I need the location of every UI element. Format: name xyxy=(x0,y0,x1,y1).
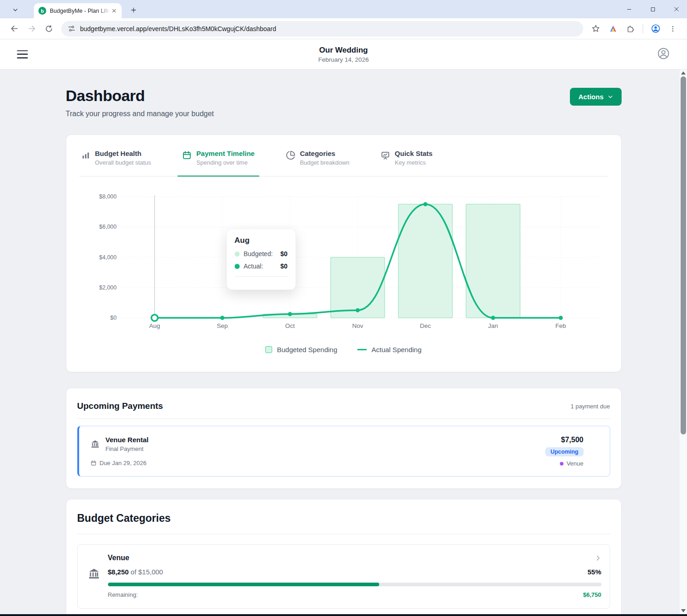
bar-chart-icon xyxy=(81,150,91,160)
actual-point-sep[interactable] xyxy=(220,316,224,320)
browser-toolbar: budgetbyme.vercel.app/events/DHLsKo3fh5M… xyxy=(0,18,687,39)
site-settings-icon[interactable] xyxy=(68,25,75,32)
app-header: Our Wedding February 14, 2026 xyxy=(0,39,687,70)
actual-point-jan[interactable] xyxy=(491,316,495,320)
tab-close-icon[interactable] xyxy=(110,7,118,15)
payments-due-count: 1 payment due xyxy=(570,403,610,410)
chevron-down-icon xyxy=(607,94,613,100)
user-avatar-icon[interactable] xyxy=(657,47,670,61)
category-progress-bar xyxy=(108,583,601,586)
category-name: Venue xyxy=(108,554,129,562)
tab-label: Payment Timeline xyxy=(196,150,254,157)
close-button[interactable] xyxy=(671,4,682,15)
chevron-down-icon xyxy=(12,7,18,13)
category-progress-fill xyxy=(108,583,379,586)
tab-sublabel: Key metrics xyxy=(395,159,433,166)
tab-search-button[interactable] xyxy=(8,4,22,16)
category-total: of $15,000 xyxy=(131,568,163,576)
page-title: Dashboard xyxy=(66,87,214,105)
budgeted-legend-label: Budgeted Spending xyxy=(277,346,337,354)
event-date: February 14, 2026 xyxy=(318,56,369,63)
actual-point-dec[interactable] xyxy=(423,202,427,206)
calendar-icon xyxy=(91,460,97,466)
scrollbar-up-arrow[interactable] xyxy=(681,71,686,75)
url-bar[interactable]: budgetbyme.vercel.app/events/DHLsKo3fh5M… xyxy=(61,21,583,37)
actual-point-feb[interactable] xyxy=(558,316,563,320)
chart-canvas: $8,000$6,000$4,000$2,000$0AugSepOctNovDe… xyxy=(79,189,609,332)
tab-sublabel: Overall budget status xyxy=(95,159,151,166)
forward-button[interactable] xyxy=(24,21,39,36)
tab-label: Quick Stats xyxy=(395,150,433,157)
tab-budget-health[interactable]: Budget HealthOverall budget status xyxy=(79,149,153,176)
chart-legend: Budgeted Spending Actual Spending xyxy=(79,346,608,354)
x-axis-label: Nov xyxy=(352,322,363,329)
tab-quick-stats[interactable]: Quick StatsKey metrics xyxy=(379,149,435,176)
spending-chart: $8,000$6,000$4,000$2,000$0AugSepOctNovDe… xyxy=(79,189,608,334)
tab-categories[interactable]: CategoriesBudget breakdown xyxy=(284,149,351,176)
bank-icon xyxy=(91,439,100,449)
window-controls xyxy=(623,4,682,15)
toolbar-divider xyxy=(643,24,643,33)
tooltip-actual-value: $0 xyxy=(280,262,288,270)
x-axis-label: Jan xyxy=(488,322,498,329)
new-tab-button[interactable] xyxy=(127,4,140,16)
tooltip-month: Aug xyxy=(235,236,288,245)
actual-legend-dash xyxy=(357,349,367,351)
scrollbar-thumb[interactable] xyxy=(681,76,686,434)
payment-status-badge: Upcoming xyxy=(545,447,583,456)
tooltip-budgeted-value: $0 xyxy=(280,250,288,257)
actual-point-oct[interactable] xyxy=(288,312,292,316)
tab-label: Budget Health xyxy=(95,150,151,157)
budget-categories-title: Budget Categories xyxy=(77,512,610,534)
browser-tab[interactable]: b BudgetByMe - Plan Life's Specia xyxy=(34,3,122,18)
x-axis-label: Dec xyxy=(419,322,430,329)
window-bottom-edge xyxy=(0,614,687,616)
scrollbar-down-arrow[interactable] xyxy=(681,609,686,612)
maximize-button[interactable] xyxy=(647,4,659,15)
payment-due-date: Due Jan 29, 2026 xyxy=(100,460,147,466)
y-axis-label: $4,000 xyxy=(99,254,116,261)
back-button[interactable] xyxy=(7,21,21,36)
payment-timeline-card: Budget HealthOverall budget status Payme… xyxy=(66,134,622,372)
profile-avatar-icon[interactable] xyxy=(648,21,663,36)
page-scrollbar[interactable] xyxy=(680,70,687,614)
actual-point-nov[interactable] xyxy=(355,308,360,312)
payment-item-venue-rental[interactable]: Venue Rental Final Payment Due Jan 29, 2… xyxy=(77,426,610,477)
url-text[interactable]: budgetbyme.vercel.app/events/DHLsKo3fh5M… xyxy=(80,25,276,32)
x-axis-label: Feb xyxy=(555,322,566,329)
x-axis-label: Sep xyxy=(216,322,227,329)
tab-sublabel: Budget breakdown xyxy=(300,159,349,166)
payment-category: Venue xyxy=(567,460,584,467)
y-axis-label: $0 xyxy=(110,315,117,321)
extensions-puzzle-icon[interactable] xyxy=(623,21,638,36)
minimize-button[interactable] xyxy=(623,4,635,15)
tooltip-budgeted-label: Budgeted: xyxy=(244,250,273,257)
menu-hamburger-icon[interactable] xyxy=(17,50,28,59)
x-axis-label: Aug xyxy=(149,322,160,329)
divider xyxy=(77,418,610,419)
chevron-right-icon[interactable] xyxy=(595,555,601,562)
bank-icon xyxy=(88,568,100,580)
extension-colored-icon[interactable] xyxy=(606,21,620,36)
presentation-icon xyxy=(381,150,390,160)
event-title: Our Wedding xyxy=(318,46,369,55)
reload-button[interactable] xyxy=(42,21,56,36)
bookmark-star-icon[interactable] xyxy=(588,21,603,36)
category-item-venue[interactable]: Venue $8,250 of $15,000 55% Remaining: $… xyxy=(77,544,610,609)
budgeted-legend-swatch xyxy=(265,346,272,353)
budgeted-dot-icon xyxy=(235,252,240,257)
calendar-icon xyxy=(182,150,192,160)
browser-menu-kebab-icon[interactable] xyxy=(666,21,680,36)
divider xyxy=(77,534,610,534)
actual-point-aug-active[interactable] xyxy=(151,315,158,321)
actual-dot-icon xyxy=(235,264,240,269)
tab-sublabel: Spending over time xyxy=(196,159,254,166)
y-axis-label: $6,000 xyxy=(99,224,116,230)
tab-payment-timeline[interactable]: Payment TimelineSpending over time xyxy=(180,149,256,176)
actual-legend-label: Actual Spending xyxy=(371,346,421,354)
chart-tooltip: Aug Budgeted: $0 Actual: $0 xyxy=(226,229,296,290)
actions-button[interactable]: Actions xyxy=(570,88,621,106)
dashboard-tabs: Budget HealthOverall budget status Payme… xyxy=(79,149,608,177)
payment-amount: $7,500 xyxy=(561,436,584,444)
y-axis-label: $2,000 xyxy=(99,284,116,291)
